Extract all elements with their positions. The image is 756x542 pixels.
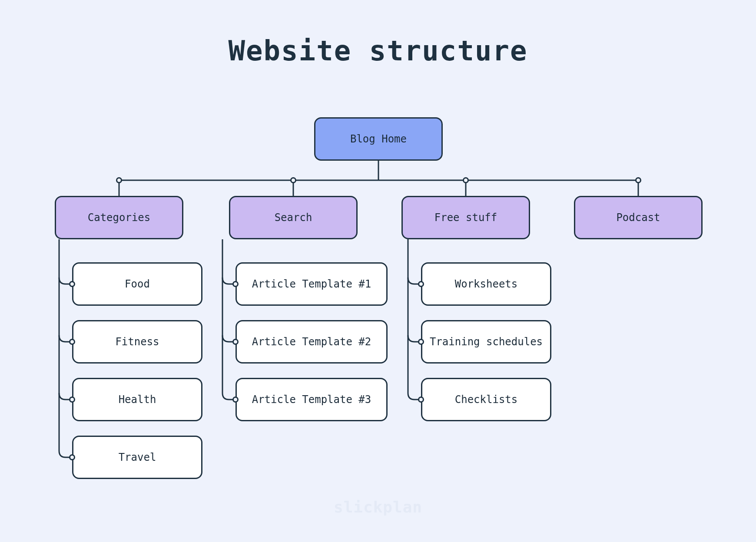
node-travel: Travel xyxy=(72,436,202,479)
node-podcast: Podcast xyxy=(574,196,703,239)
node-article-template-1: Article Template #1 xyxy=(235,262,388,306)
node-label: Article Template #2 xyxy=(252,336,371,348)
node-label: Free stuff xyxy=(434,212,497,224)
watermark: slickplan xyxy=(334,498,422,516)
node-label: Training schedules xyxy=(430,336,543,348)
node-food: Food xyxy=(72,262,202,306)
connector-dot xyxy=(69,339,75,345)
node-blog-home: Blog Home xyxy=(314,117,443,161)
node-training-schedules: Training schedules xyxy=(421,320,551,364)
node-worksheets: Worksheets xyxy=(421,262,551,306)
node-label: Search xyxy=(275,212,312,224)
node-label: Fitness xyxy=(115,336,159,348)
connector-dot xyxy=(290,177,296,183)
node-label: Article Template #1 xyxy=(252,278,371,290)
node-label: Article Template #3 xyxy=(252,393,371,406)
node-label: Food xyxy=(125,278,150,290)
connector-dot xyxy=(418,397,424,403)
node-categories: Categories xyxy=(55,196,183,239)
node-label: Checklists xyxy=(455,393,518,406)
connector-dot xyxy=(418,281,424,287)
node-label: Worksheets xyxy=(455,278,518,290)
connector-dot xyxy=(116,177,122,183)
node-label: Categories xyxy=(88,212,151,224)
connector-dot xyxy=(232,339,239,345)
diagram-title: Website structure xyxy=(0,35,756,67)
connector-dot xyxy=(232,397,239,403)
node-article-template-2: Article Template #2 xyxy=(235,320,388,364)
node-checklists: Checklists xyxy=(421,378,551,421)
connector-dot xyxy=(635,177,641,183)
connector-dot xyxy=(418,339,424,345)
connector-dot xyxy=(232,281,239,287)
connector-dot xyxy=(463,177,469,183)
node-search: Search xyxy=(229,196,358,239)
node-fitness: Fitness xyxy=(72,320,202,364)
node-free-stuff: Free stuff xyxy=(401,196,530,239)
connector-dot xyxy=(69,281,75,287)
node-label: Blog Home xyxy=(350,133,407,145)
diagram-canvas: Website structure Blog Home Categories S… xyxy=(0,0,756,542)
connector-dot xyxy=(69,454,75,460)
node-label: Travel xyxy=(119,451,156,463)
node-label: Podcast xyxy=(616,212,660,224)
connector-dot xyxy=(69,397,75,403)
node-health: Health xyxy=(72,378,202,421)
node-article-template-3: Article Template #3 xyxy=(235,378,388,421)
node-label: Health xyxy=(119,393,156,406)
